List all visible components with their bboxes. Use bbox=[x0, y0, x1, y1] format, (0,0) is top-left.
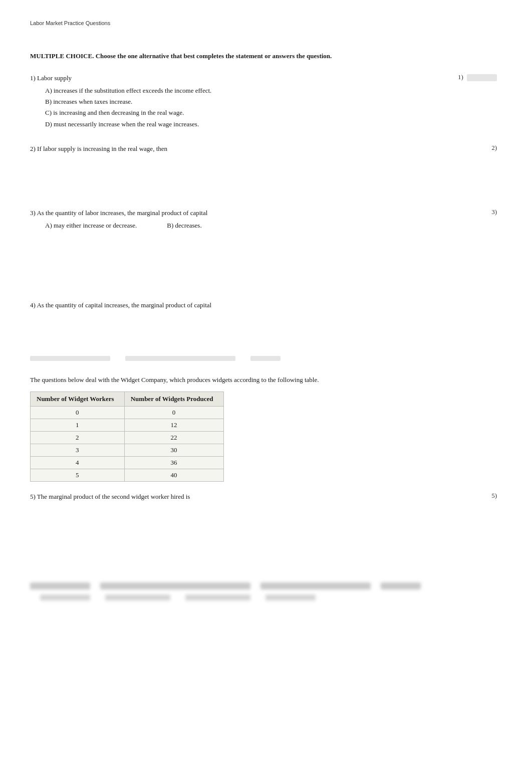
widget-table: Number of Widget Workers Number of Widge… bbox=[30, 392, 224, 482]
page-title: Labor Market Practice Questions bbox=[30, 20, 110, 26]
question-5-number: 5) bbox=[482, 492, 502, 500]
table-header-workers: Number of Widget Workers bbox=[31, 392, 125, 407]
question-2: 2) If labor supply is increasing in the … bbox=[30, 144, 502, 194]
workers-2: 2 bbox=[31, 432, 125, 444]
question-4: 4) As the quantity of capital increases,… bbox=[30, 300, 502, 361]
produced-4: 36 bbox=[124, 457, 223, 469]
choice-3b: B) decreases. bbox=[167, 221, 201, 231]
question-3: 3) As the quantity of labor increases, t… bbox=[30, 208, 502, 286]
choice-1c: C) is increasing and then decreasing in … bbox=[45, 107, 458, 118]
choice-1b: B) increases when taxes increase. bbox=[45, 96, 458, 107]
choice-3a: A) may either increase or decrease. bbox=[45, 221, 137, 231]
table-row: 4 36 bbox=[31, 457, 224, 469]
workers-3: 3 bbox=[31, 444, 125, 457]
bottom-blurred-content bbox=[30, 582, 502, 601]
table-intro: The questions below deal with the Widget… bbox=[30, 375, 502, 385]
question-5: 5) The marginal product of the second wi… bbox=[30, 492, 502, 552]
produced-1: 12 bbox=[124, 419, 223, 432]
page-header: Labor Market Practice Questions bbox=[30, 20, 502, 26]
question-1-number: 1) bbox=[458, 73, 502, 81]
workers-1: 1 bbox=[31, 419, 125, 432]
section-instruction: MULTIPLE CHOICE. Choose the one alternat… bbox=[30, 51, 502, 61]
workers-0: 0 bbox=[31, 407, 125, 419]
produced-2: 22 bbox=[124, 432, 223, 444]
produced-0: 0 bbox=[124, 407, 223, 419]
question-1-choices: A) increases if the substitution effect … bbox=[45, 85, 458, 129]
question-5-text: 5) The marginal product of the second wi… bbox=[30, 492, 482, 502]
question-4-text: 4) As the quantity of capital increases,… bbox=[30, 300, 482, 311]
question-1-text: 1) Labor supply A) increases if the subs… bbox=[30, 73, 458, 130]
choice-1d: D) must necessarily increase when the re… bbox=[45, 119, 458, 130]
question-2-number: 2) bbox=[482, 144, 502, 152]
table-row: 5 40 bbox=[31, 469, 224, 482]
table-row: 3 30 bbox=[31, 444, 224, 457]
produced-5: 40 bbox=[124, 469, 223, 482]
choice-1a: A) increases if the substitution effect … bbox=[45, 85, 458, 96]
table-row: 1 12 bbox=[31, 419, 224, 432]
question-3-text: 3) As the quantity of labor increases, t… bbox=[30, 208, 482, 231]
divider-decoration bbox=[30, 356, 502, 361]
workers-4: 4 bbox=[31, 457, 125, 469]
table-header-produced: Number of Widgets Produced bbox=[124, 392, 223, 407]
produced-3: 30 bbox=[124, 444, 223, 457]
workers-5: 5 bbox=[31, 469, 125, 482]
question-3-number: 3) bbox=[482, 208, 502, 216]
question-1: 1) Labor supply A) increases if the subs… bbox=[30, 73, 502, 130]
table-row: 2 22 bbox=[31, 432, 224, 444]
question-3-inline-choices: A) may either increase or decrease. B) d… bbox=[45, 221, 482, 231]
question-2-text: 2) If labor supply is increasing in the … bbox=[30, 144, 482, 154]
table-row: 0 0 bbox=[31, 407, 224, 419]
